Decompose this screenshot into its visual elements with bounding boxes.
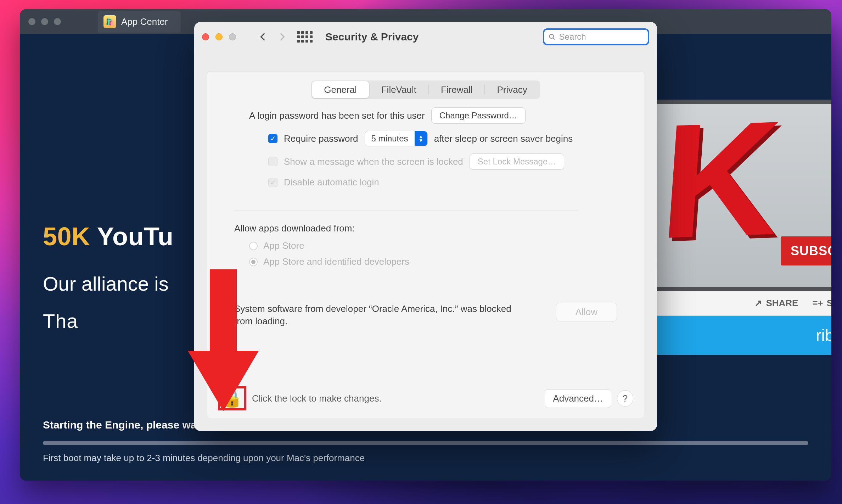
nav-forward-button [276,30,288,43]
section-divider [234,211,579,211]
nav-back-button[interactable] [257,30,269,43]
annotation-lock-highlight: 🔒 [218,386,246,410]
share-button[interactable]: ↗ SHARE [754,298,798,309]
engine-hint-text: First boot may take up to 2-3 minutes de… [43,453,365,464]
show-all-prefs-button[interactable] [297,31,313,43]
disable-autologin-checkbox: ✓ [268,178,277,187]
video-action-bar: ↗ SHARE ≡+ SAVE ••• [644,291,831,316]
promo-headline: 50K YouTu [43,222,174,251]
window-max-disabled-icon [54,18,61,25]
search-icon [549,33,556,41]
allow-button: Allow [556,303,617,321]
subscribe-now-button[interactable]: ribe now [644,316,831,355]
disable-autologin-label: Disable automatic login [284,177,379,188]
engine-progress-bar [43,441,808,445]
prefs-search-field[interactable] [543,28,649,45]
promo-graphic: K [657,112,785,247]
save-button[interactable]: ≡+ SAVE [812,298,831,309]
tab-strip: 🛍️ App Center [98,9,181,34]
help-button[interactable]: ? [617,390,633,407]
promo-sub1: Our alliance is [43,272,174,295]
chevron-right-icon [277,32,287,41]
advanced-button[interactable]: Advanced… [545,389,611,408]
after-sleep-label: after sleep or screen saver begins [434,133,573,144]
radio-app-store [249,242,258,250]
tab-general[interactable]: General [312,81,369,98]
change-password-button[interactable]: Change Password… [431,107,526,124]
promo-sub2: Tha [43,309,174,332]
login-password-label: A login password has been set for this u… [249,110,425,121]
window-min-disabled-icon [41,18,48,25]
window-traffic-lights [28,18,61,25]
tab-label: App Center [121,16,168,27]
show-message-label: Show a message when the screen is locked [284,156,463,167]
show-message-checkbox [268,157,277,166]
blocked-software-text: System software from developer “Oracle A… [234,303,518,327]
prefs-title: Security & Privacy [325,31,419,43]
window-close-disabled-icon [28,18,35,25]
svg-point-0 [549,34,553,38]
select-stepper-icon: ▲▼ [415,131,427,146]
prefs-toolbar: Security & Privacy [194,22,657,52]
lock-icon[interactable]: 🔒 [221,390,243,407]
system-preferences-window: Security & Privacy General FileVault Fir… [194,22,657,431]
window-close-button[interactable] [202,33,209,40]
chevron-left-icon [258,32,268,41]
password-delay-value: 5 minutes [365,134,415,144]
promo-copy: 50K YouTu Our alliance is Tha [43,222,174,332]
promo-video-card: K SUBSCRIBE ↗ SHARE ≡+ SAVE ••• ribe now [644,100,831,355]
lock-hint-text: Click the lock to make changes. [252,393,382,404]
radio-identified-label: App Store and identified developers [263,256,409,267]
allow-apps-title: Allow apps downloaded from: [234,223,617,234]
radio-identified-developers [249,258,258,266]
require-password-label: Require password [284,133,358,144]
prefs-footer: 🔒 Click the lock to make changes. Advanc… [207,379,644,418]
tab-filevault[interactable]: FileVault [369,81,428,98]
promo-video-thumb: K SUBSCRIBE [644,100,831,291]
tab-app-center[interactable]: 🛍️ App Center [98,11,181,33]
tab-segmented-control: General FileVault Firewall Privacy [311,80,540,99]
tab-privacy[interactable]: Privacy [485,81,539,98]
subscribe-badge: SUBSCRIBE [781,236,831,265]
general-tab-content: A login password has been set for this u… [207,107,644,418]
window-zoom-button-disabled [229,33,236,40]
search-input[interactable] [559,32,644,42]
engine-status-text: Starting the Engine, please wait [43,419,203,431]
radio-app-store-label: App Store [263,240,304,251]
window-minimize-button[interactable] [215,33,223,40]
require-password-checkbox[interactable]: ✓ [268,134,277,143]
set-lock-message-button: Set Lock Message… [470,153,564,170]
app-center-icon: 🛍️ [103,15,116,28]
svg-line-1 [553,38,555,39]
password-delay-select[interactable]: 5 minutes ▲▼ [365,131,428,146]
tab-firewall[interactable]: Firewall [429,81,485,98]
prefs-content-pane: General FileVault Firewall Privacy A log… [207,72,644,418]
